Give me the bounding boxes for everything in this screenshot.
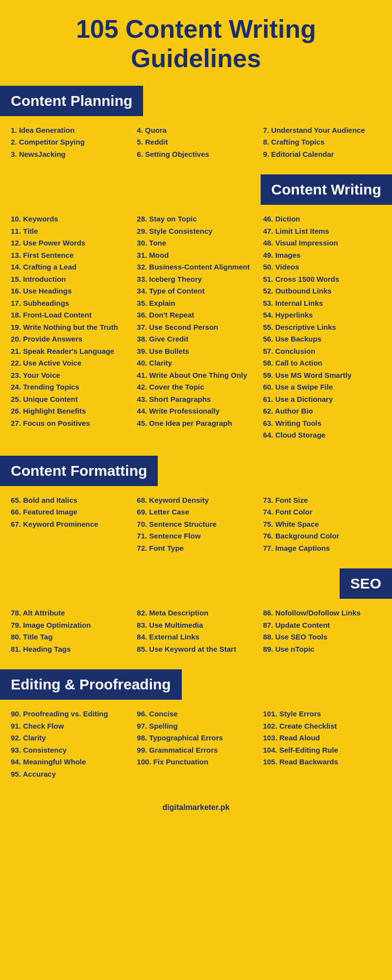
list-item: 75. White Space	[263, 519, 381, 530]
col-content-planning-0: 1. Idea Generation2. Competitor Spying3.…	[7, 123, 133, 163]
list-item: 61. Use a Dictionary	[263, 394, 381, 405]
list-item: 64. Cloud Storage	[263, 430, 381, 441]
list-item: 98. Typographical Errors	[137, 733, 255, 744]
list-item: 94. Meaningful Whole	[11, 757, 129, 768]
list-item: 15. Introduction	[11, 274, 129, 285]
list-item: 7. Understand Your Audience	[263, 125, 381, 136]
list-item: 30. Tone	[137, 238, 255, 249]
col-content-planning-2: 7. Understand Your Audience8. Crafting T…	[259, 123, 385, 163]
list-item: 60. Use a Swipe File	[263, 382, 381, 393]
list-item: 105. Read Backwards	[263, 757, 381, 768]
page-title: 105 Content Writing Guidelines	[0, 0, 392, 86]
list-item: 92. Clarity	[11, 733, 129, 744]
list-item: 80. Title Tag	[11, 632, 129, 643]
list-item: 4. Quora	[137, 125, 255, 136]
list-item: 84. External Links	[137, 632, 255, 643]
list-item: 68. Keyword Density	[137, 495, 255, 506]
list-item: 39. Use Bullets	[137, 346, 255, 357]
section-content-formatting: Content Formatting65. Bold and Italics66…	[0, 456, 392, 569]
list-item: 41. Write About One Thing Only	[137, 370, 255, 381]
list-item: 101. Style Errors	[263, 709, 381, 720]
list-item: 19. Write Nothing but the Truth	[11, 322, 129, 333]
list-item: 83. Use Multimedia	[137, 620, 255, 631]
list-item: 42. Cover the Topic	[137, 382, 255, 393]
list-item: 77. Image Captions	[263, 543, 381, 554]
col-content-formatting-2: 73. Font Size74. Font Color75. White Spa…	[259, 493, 385, 557]
list-item: 87. Update Content	[263, 620, 381, 631]
list-item: 8. Crafting Topics	[263, 137, 381, 148]
list-item: 70. Sentence Structure	[137, 519, 255, 530]
list-item: 45. One Idea per Paragraph	[137, 418, 255, 429]
list-item: 13. First Sentence	[11, 250, 129, 261]
list-item: 18. Front-Load Content	[11, 310, 129, 321]
list-item: 97. Spelling	[137, 721, 255, 732]
list-item: 44. Write Professionally	[137, 406, 255, 417]
list-item: 52. Outbound Links	[263, 286, 381, 297]
list-item: 58. Call to Action	[263, 358, 381, 369]
list-item: 56. Use Backups	[263, 334, 381, 345]
list-item: 74. Font Color	[263, 507, 381, 518]
section-header-seo: SEO	[340, 568, 392, 599]
col-editing-proofreading-0: 90. Proofreading vs. Editing91. Check Fl…	[7, 707, 133, 783]
list-item: 73. Font Size	[263, 495, 381, 506]
list-item: 32. Business-Content Alignment	[137, 262, 255, 273]
list-item: 26. Highlight Benefits	[11, 406, 129, 417]
list-item: 54. Hyperlinks	[263, 310, 381, 321]
list-item: 16. Use Headings	[11, 286, 129, 297]
list-item: 33. Iceberg Theory	[137, 274, 255, 285]
list-item: 95. Accuracy	[11, 769, 129, 780]
list-item: 53. Internal Links	[263, 298, 381, 309]
col-editing-proofreading-1: 96. Concise97. Spelling98. Typographical…	[133, 707, 259, 783]
list-item: 63. Writing Tools	[263, 418, 381, 429]
list-item: 89. Use nTopic	[263, 644, 381, 655]
list-item: 27. Focus on Positives	[11, 418, 129, 429]
list-item: 43. Short Paragraphs	[137, 394, 255, 405]
list-item: 36. Don't Repeat	[137, 310, 255, 321]
list-item: 69. Letter Case	[137, 507, 255, 518]
list-item: 81. Heading Tags	[11, 644, 129, 655]
list-item: 24. Trending Topics	[11, 382, 129, 393]
list-item: 88. Use SEO Tools	[263, 632, 381, 643]
list-item: 10. Keywords	[11, 214, 129, 225]
list-item: 37. Use Second Person	[137, 322, 255, 333]
list-item: 35. Explain	[137, 298, 255, 309]
list-item: 3. NewsJacking	[11, 149, 129, 160]
list-item: 14. Crafting a Lead	[11, 262, 129, 273]
list-item: 67. Keyword Prominence	[11, 519, 129, 530]
list-item: 34. Type of Content	[137, 286, 255, 297]
list-item: 20. Provide Answers	[11, 334, 129, 345]
list-item: 49. Images	[263, 250, 381, 261]
section-content-planning: Content Planning1. Idea Generation2. Com…	[0, 86, 392, 175]
section-header-content-planning: Content Planning	[0, 86, 143, 116]
list-item: 82. Meta Description	[137, 608, 255, 619]
list-item: 104. Self-Editing Rule	[263, 745, 381, 756]
section-header-editing-proofreading: Editing & Proofreading	[0, 669, 182, 700]
list-item: 85. Use Keyword at the Start	[137, 644, 255, 655]
list-item: 78. Alt Attribute	[11, 608, 129, 619]
list-item: 12. Use Power Words	[11, 238, 129, 249]
list-item: 79. Image Optimization	[11, 620, 129, 631]
col-seo-1: 82. Meta Description83. Use Multimedia84…	[133, 606, 259, 658]
list-item: 100. Fix Punctuation	[137, 757, 255, 768]
list-item: 90. Proofreading vs. Editing	[11, 709, 129, 720]
list-item: 28. Stay on Topic	[137, 214, 255, 225]
list-item: 25. Unique Content	[11, 394, 129, 405]
list-item: 21. Speak Reader's Language	[11, 346, 129, 357]
list-item: 5. Reddit	[137, 137, 255, 148]
list-item: 50. Videos	[263, 262, 381, 273]
list-item: 71. Sentence Flow	[137, 531, 255, 542]
list-item: 86. Nofollow/Dofollow Links	[263, 608, 381, 619]
list-item: 57. Conclusion	[263, 346, 381, 357]
col-content-writing-2: 46. Diction47. Limit List Items48. Visua…	[259, 212, 385, 444]
list-item: 66. Featured Image	[11, 507, 129, 518]
list-item: 31. Mood	[137, 250, 255, 261]
list-item: 59. Use MS Word Smartly	[263, 370, 381, 381]
list-item: 1. Idea Generation	[11, 125, 129, 136]
list-item: 40. Clarity	[137, 358, 255, 369]
list-item: 48. Visual Impression	[263, 238, 381, 249]
section-header-content-formatting: Content Formatting	[0, 456, 158, 486]
list-item: 29. Style Consistency	[137, 226, 255, 237]
list-item: 17. Subheadings	[11, 298, 129, 309]
list-item: 2. Competitor Spying	[11, 137, 129, 148]
list-item: 62. Author Bio	[263, 406, 381, 417]
